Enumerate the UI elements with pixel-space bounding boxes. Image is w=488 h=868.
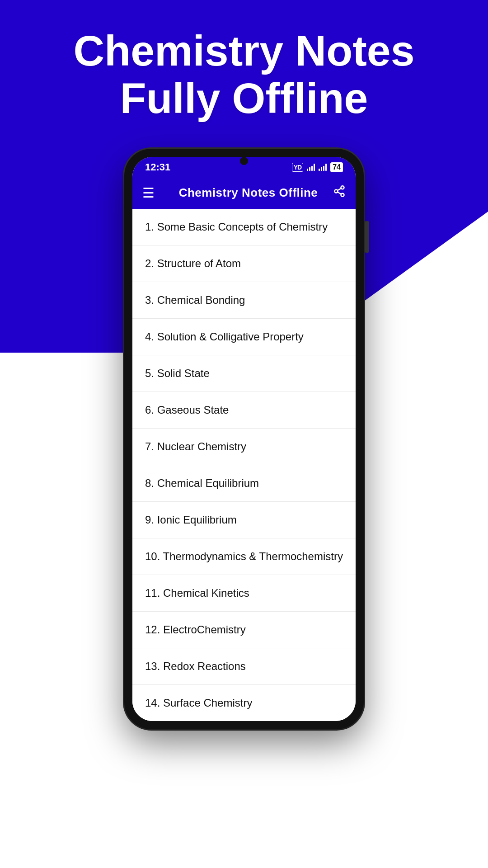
svg-line-4 xyxy=(338,189,341,191)
svg-line-3 xyxy=(338,192,341,194)
background: Chemistry Notes Fully Offline 12:31 YD xyxy=(0,0,488,868)
share-icon[interactable] xyxy=(333,185,346,201)
app-title: Chemistry Notes Fully Offline xyxy=(0,27,488,122)
status-icons: YD 74 xyxy=(292,162,343,172)
chapter-item-2[interactable]: 2. Structure of Atom xyxy=(132,245,356,282)
chapter-item-1[interactable]: 1. Some Basic Concepts of Chemistry xyxy=(132,209,356,245)
phone-screen: 12:31 YD 74 xyxy=(132,157,356,721)
battery-icon: 74 xyxy=(330,162,343,172)
chapter-item-6[interactable]: 6. Gaseous State xyxy=(132,392,356,429)
chapter-item-4[interactable]: 4. Solution & Colligative Property xyxy=(132,319,356,355)
chapter-list: 1. Some Basic Concepts of Chemistry2. St… xyxy=(132,209,356,721)
yd-icon: YD xyxy=(292,163,303,172)
chapter-item-14[interactable]: 14. Surface Chemistry xyxy=(132,685,356,721)
app-bar: ☰ Chemistry Notes Offline xyxy=(132,177,356,209)
chapter-item-7[interactable]: 7. Nuclear Chemistry xyxy=(132,429,356,465)
chapter-item-5[interactable]: 5. Solid State xyxy=(132,355,356,392)
app-bar-title: Chemistry Notes Offline xyxy=(164,186,333,200)
chapter-item-9[interactable]: 9. Ionic Equilibrium xyxy=(132,502,356,538)
chapter-item-8[interactable]: 8. Chemical Equilibrium xyxy=(132,465,356,502)
signal-icon-2 xyxy=(319,164,327,171)
phone-body: 12:31 YD 74 xyxy=(124,149,364,729)
header-section: Chemistry Notes Fully Offline xyxy=(0,0,488,144)
chapter-item-3[interactable]: 3. Chemical Bonding xyxy=(132,282,356,319)
menu-icon[interactable]: ☰ xyxy=(142,185,155,201)
chapter-item-11[interactable]: 11. Chemical Kinetics xyxy=(132,575,356,612)
chapter-item-10[interactable]: 10. Thermodynamics & Thermochemistry xyxy=(132,538,356,575)
chapter-item-13[interactable]: 13. Redox Reactions xyxy=(132,648,356,685)
phone-mockup: 12:31 YD 74 xyxy=(0,149,488,729)
signal-icon-1 xyxy=(307,164,315,171)
status-time: 12:31 xyxy=(145,161,170,173)
chapter-item-12[interactable]: 12. ElectroChemistry xyxy=(132,612,356,648)
camera-notch xyxy=(240,157,248,165)
